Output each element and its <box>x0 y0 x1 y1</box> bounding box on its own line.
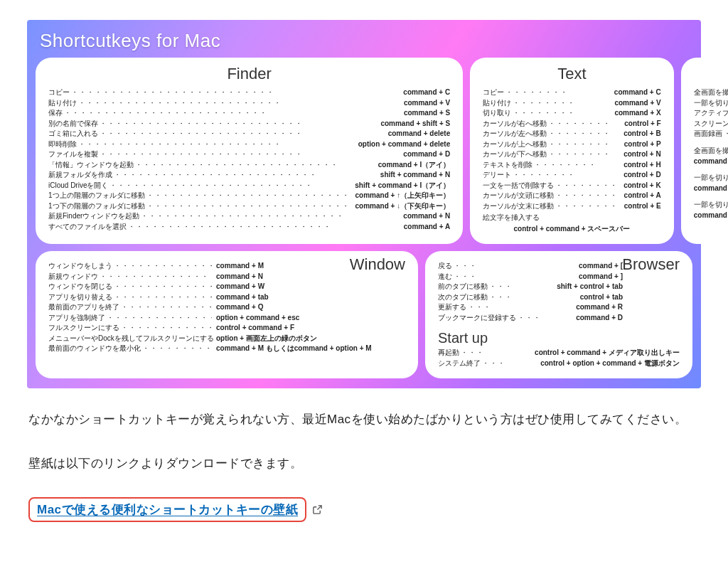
shortcut-row: 画面録画command + shift + 5 <box>694 129 728 139</box>
shortcut-row: 一文を一括で削除するcontrol + K <box>483 181 661 191</box>
shortcut-key: command + D <box>399 149 450 160</box>
shortcut-label: 新規Finderウィンドウを起動 <box>48 211 139 222</box>
shortcut-key: command + ↑（上矢印キー） <box>351 191 451 201</box>
shortcut-row: テキストを削除control + H <box>483 160 661 171</box>
shortcut-row: 一部を切り取って撮影command + shift + 4 <box>694 98 728 109</box>
note-label: 一部を切り取って撮影したものをクリップボードにコピー <box>694 172 728 183</box>
shortcut-key: command + N <box>212 272 263 282</box>
card-browser: Browser 戻るcommand + [進むcommand + ]前のタブに移… <box>425 251 692 378</box>
shortcut-label: 画面録画 <box>694 129 722 139</box>
card-finder: Finder コピーcommand + C貼り付けcommand + V保存co… <box>36 58 463 244</box>
shortcut-key: control + D <box>619 170 661 181</box>
shortcut-row: コピーcommand + C <box>483 87 661 98</box>
dots-filler <box>516 313 572 324</box>
shortcut-label: 次のタブに移動 <box>438 292 488 303</box>
shortcut-key: command + N <box>399 211 450 222</box>
shortcut-label: スクリーンショットのツールバーを起動 <box>694 119 728 129</box>
shortcut-row: ウィンドウを閉じるcommand + W <box>48 282 405 292</box>
shortcut-label: 前のタブに移動 <box>438 282 488 292</box>
shortcut-label: 一部を切り取って撮影 <box>694 98 728 109</box>
card-text: Text コピーcommand + C貼り付けcommand + V切り取りco… <box>470 58 674 244</box>
shortcut-key: shift + command + N <box>376 170 450 181</box>
shortcut-row: 最前面のウィンドウを最小化command + M もしくはcommand + o… <box>48 344 405 354</box>
shortcut-label: ウィンドウを閉じる <box>48 282 112 292</box>
shortcut-row: 「情報」ウィンドウを起動command + I（アイ） <box>48 160 450 171</box>
card-window: Window ウィンドウをしまうcommand + M新規ウィンドウcomman… <box>36 251 418 378</box>
shortcut-label: カーソルが文末に移動 <box>483 201 554 212</box>
shortcut-row: 保存command + S <box>48 108 450 119</box>
dots-filler <box>119 323 212 334</box>
shortcut-row: コピーcommand + C <box>48 87 450 98</box>
shortcut-row: アクティブウィンドウを撮影command + shift + 4 + スペースバ… <box>694 108 728 119</box>
dots-filler <box>547 119 620 129</box>
shortcut-key: control + P <box>620 139 661 150</box>
dots-filler <box>112 292 212 303</box>
dots-filler <box>504 87 610 98</box>
shortcut-key: option + command + esc <box>212 313 299 324</box>
shortcut-label: 別の名前で保存 <box>48 119 98 129</box>
shortcut-row: 戻るcommand + [ <box>438 261 623 272</box>
shortcut-row: 即時削除option + command + delete <box>48 139 450 150</box>
dots-filler <box>452 261 574 272</box>
dots-filler <box>481 358 536 369</box>
shortcut-key: control + command + メディア取り出しキー <box>530 348 680 358</box>
shortcut-label: 1つ下の階層のフォルダに移動 <box>48 201 145 212</box>
shortcut-label: 一文を一括で削除する <box>483 181 554 191</box>
shortcut-row: アプリを切り替えるcommand + tab <box>48 292 405 303</box>
shortcut-key: command + ↓（下矢印キー） <box>351 201 451 212</box>
shortcut-row: カーソルが上へ移動control + P <box>483 139 661 150</box>
shortcut-label: コピー <box>483 87 504 98</box>
shortcut-row: 次のタブに移動control + tab <box>438 292 623 303</box>
finder-list: コピーcommand + C貼り付けcommand + V保存command +… <box>48 87 450 232</box>
download-link-row: Macで使える便利なショートカットキーの壁紙 <box>28 497 700 522</box>
dots-filler <box>532 160 619 171</box>
screenshot-note: 一部を切り取って撮影したものをクリップボードにコピーcommand + shif… <box>694 172 728 193</box>
shortcut-label: 「情報」ウィンドウを起動 <box>48 160 134 171</box>
shortcut-key: command + Q <box>212 302 263 313</box>
note-key: command + shift + 3 + control <box>694 156 728 166</box>
shortcut-key: command + V <box>400 98 450 109</box>
dots-filler <box>134 160 374 171</box>
shortcut-label: デリート <box>483 170 511 181</box>
shortcut-key: command + I（アイ） <box>374 160 450 171</box>
shortcut-row: アプリを強制終了option + command + esc <box>48 313 405 324</box>
shortcut-row: 新規Finderウィンドウを起動command + N <box>48 211 450 222</box>
shortcut-label: 即時削除 <box>48 139 77 150</box>
dots-filler <box>112 170 376 181</box>
dots-filler <box>70 87 399 98</box>
dots-filler <box>127 222 400 233</box>
dots-filler <box>466 302 572 313</box>
wallpaper-row-2: Window ウィンドウをしまうcommand + M新規ウィンドウcomman… <box>36 251 692 378</box>
shortcut-row: 貼り付けcommand + V <box>483 98 661 109</box>
download-link[interactable]: Macで使える便利なショートカットキーの壁紙 <box>28 497 306 522</box>
shortcut-row: メニューバーやDockを残してフルスクリーンにするoption + 画面左上の緑… <box>48 334 405 344</box>
shortcut-key: control + F <box>620 119 660 129</box>
shortcut-row: カーソルが下へ移動control + N <box>483 149 661 160</box>
note-label: 一部を切り取って撮影したものをクリップボードにコピー <box>694 199 728 210</box>
dots-filler <box>722 129 728 139</box>
note-key: command + shift + 4 + control <box>694 183 728 193</box>
shortcut-label: アプリを強制終了 <box>48 313 105 324</box>
shortcut-label: 新規フォルダを作成 <box>48 170 112 181</box>
browser-list: 戻るcommand + [進むcommand + ]前のタブに移動shift +… <box>438 261 623 323</box>
external-link-icon <box>312 504 323 515</box>
shortcut-label: アプリを切り替える <box>48 292 112 303</box>
shortcut-label: ファイルを複製 <box>48 149 98 160</box>
dots-filler <box>98 129 384 139</box>
shortcut-key: control + option + command + 電源ボタン <box>536 358 680 369</box>
shortcut-row: カーソルが文頭に移動control + A <box>483 191 661 201</box>
dots-filler <box>511 170 619 181</box>
dots-filler <box>108 181 350 191</box>
shortcut-label: カーソルが左へ移動 <box>483 129 547 139</box>
shortcut-key: control + tab <box>576 292 623 303</box>
shortcut-row: 再起動control + command + メディア取り出しキー <box>438 348 680 358</box>
shortcut-key: command + V <box>610 98 660 109</box>
shortcut-row: 1つ下の階層のフォルダに移動command + ↓（下矢印キー） <box>48 201 450 212</box>
shortcut-label: 貼り付け <box>48 98 77 109</box>
shortcut-key: control + A <box>620 191 661 201</box>
shortcut-label: 最前面のウィンドウを最小化 <box>48 344 141 354</box>
shortcut-row: ファイルを複製command + D <box>48 149 450 160</box>
shortcut-key: control + K <box>619 181 661 191</box>
dots-filler <box>554 191 619 201</box>
shortcut-key: command + W <box>212 282 264 292</box>
